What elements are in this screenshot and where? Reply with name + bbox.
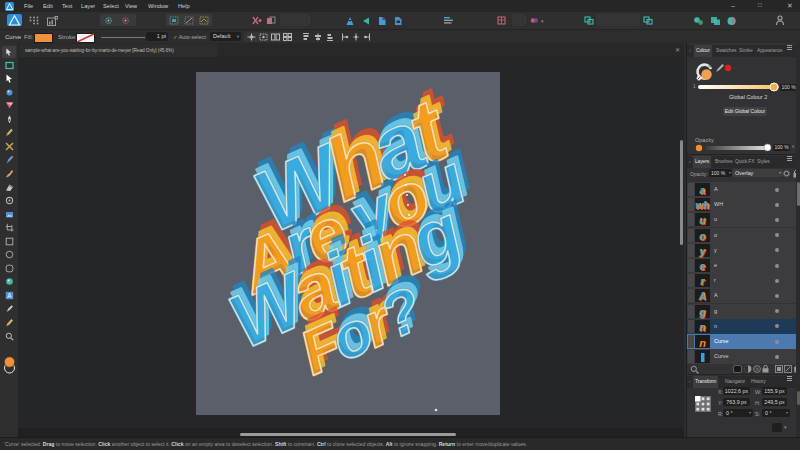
svg-text:o: o (699, 231, 705, 242)
svg-text:n: n (699, 337, 706, 349)
svg-text:n: n (699, 322, 705, 333)
svg-text:wh: wh (695, 200, 709, 211)
svg-text:g: g (698, 307, 705, 318)
svg-text:a: a (699, 185, 705, 196)
svg-text:fx: fx (755, 367, 759, 372)
svg-text:A: A (7, 292, 12, 299)
svg-text:e: e (699, 261, 705, 272)
svg-text:A: A (697, 291, 705, 302)
svg-text:y: y (698, 246, 705, 257)
svg-text:u: u (699, 215, 705, 226)
